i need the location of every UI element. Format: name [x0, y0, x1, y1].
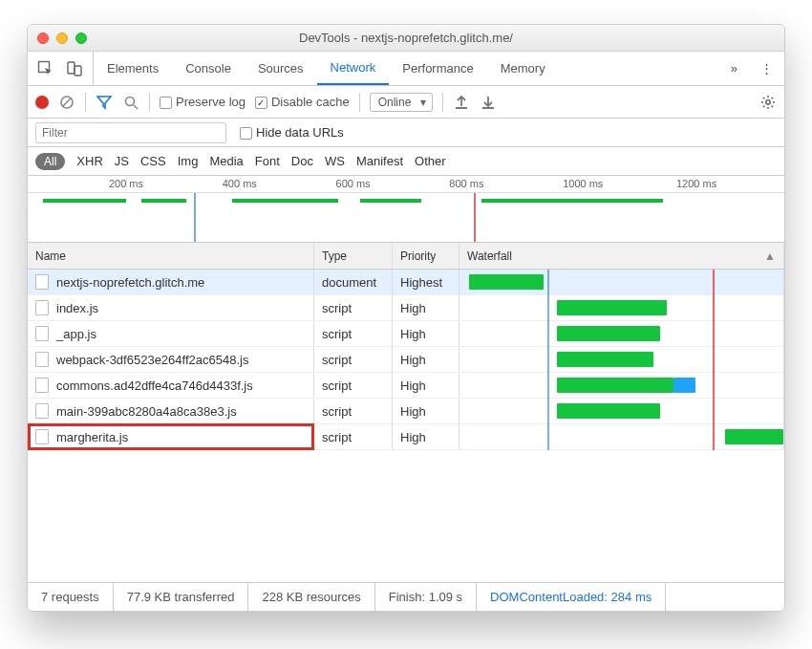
more-tabs-button[interactable]: » [719, 61, 749, 76]
file-icon [35, 378, 49, 393]
type-chip-js[interactable]: JS [115, 154, 129, 168]
tab-performance[interactable]: Performance [389, 52, 486, 85]
table-row[interactable]: _app.jsscriptHigh [28, 321, 784, 347]
type-chip-other[interactable]: Other [415, 154, 446, 168]
upload-har-icon[interactable] [453, 94, 470, 111]
filter-icon[interactable] [96, 94, 113, 111]
request-type-chips: AllXHRJSCSSImgMediaFontDocWSManifestOthe… [28, 147, 784, 176]
request-waterfall [459, 373, 784, 398]
svg-line-4 [63, 98, 71, 106]
file-icon [35, 274, 49, 290]
ruler-tick: 400 ms [223, 178, 257, 189]
type-chip-manifest[interactable]: Manifest [356, 154, 403, 168]
timeline-overview[interactable]: 200 ms400 ms600 ms800 ms1000 ms1200 ms [28, 176, 784, 243]
throttling-select[interactable]: Online [370, 93, 434, 112]
table-row[interactable]: margherita.jsscriptHigh [28, 424, 784, 450]
request-waterfall [459, 399, 784, 423]
col-type[interactable]: Type [314, 243, 393, 269]
overview-bar [43, 199, 126, 203]
clear-icon[interactable] [58, 94, 75, 111]
request-priority: High [393, 399, 459, 423]
request-type: script [314, 347, 393, 372]
type-chip-media[interactable]: Media [209, 154, 243, 168]
table-row[interactable]: webpack-3df6523e264ff2ac6548.jsscriptHig… [28, 347, 784, 373]
request-waterfall [459, 270, 784, 294]
search-icon[interactable] [122, 94, 139, 111]
request-type: script [314, 399, 393, 423]
type-chip-img[interactable]: Img [178, 154, 199, 168]
status-dcl[interactable]: DOMContentLoaded: 284 ms [477, 583, 666, 611]
ruler-tick: 1000 ms [563, 178, 603, 189]
tab-memory[interactable]: Memory [487, 52, 559, 85]
table-header[interactable]: Name Type Priority Waterfall ▲ [28, 243, 784, 270]
request-priority: High [393, 424, 459, 449]
preserve-log-checkbox[interactable]: Preserve log [160, 95, 246, 109]
window-title: DevTools - nextjs-noprefetch.glitch.me/ [28, 31, 784, 45]
status-transferred: 77.9 KB transferred [114, 583, 249, 611]
type-chip-all[interactable]: All [35, 153, 65, 170]
request-type: document [314, 270, 393, 294]
ruler-tick: 800 ms [449, 178, 483, 189]
col-priority[interactable]: Priority [393, 243, 459, 269]
request-waterfall [459, 321, 784, 346]
overview-bar [141, 199, 187, 203]
overview-bar [232, 199, 338, 203]
filter-input[interactable] [35, 122, 226, 143]
table-row[interactable]: index.jsscriptHigh [28, 295, 784, 321]
status-requests: 7 requests [28, 583, 114, 611]
record-button[interactable] [35, 96, 49, 109]
hide-data-urls-checkbox[interactable]: Hide data URLs [240, 125, 344, 140]
disable-cache-checkbox[interactable]: Disable cache [255, 95, 350, 109]
tab-elements[interactable]: Elements [94, 52, 172, 85]
svg-rect-2 [75, 66, 81, 76]
request-waterfall [459, 347, 784, 372]
request-name: margherita.js [56, 430, 128, 444]
request-type: script [314, 295, 393, 320]
request-priority: Highest [393, 270, 459, 294]
request-name: index.js [56, 301, 98, 315]
file-icon [35, 429, 49, 444]
inspect-element-icon[interactable] [37, 60, 54, 77]
overview-bar [360, 199, 420, 203]
overview-bar [481, 199, 663, 203]
type-chip-ws[interactable]: WS [325, 154, 345, 168]
svg-rect-1 [68, 62, 75, 74]
throttling-value: Online [378, 96, 412, 109]
type-chip-font[interactable]: Font [255, 154, 280, 168]
timeline-body [28, 193, 784, 242]
request-type: script [314, 424, 393, 449]
request-waterfall [459, 295, 784, 320]
request-priority: High [393, 373, 459, 398]
request-name: webpack-3df6523e264ff2ac6548.js [56, 353, 248, 367]
status-resources: 228 KB resources [248, 583, 374, 611]
request-name: commons.ad42dffe4ca746d4433f.js [56, 379, 253, 393]
panel-tabs: ElementsConsoleSourcesNetworkPerformance… [28, 52, 784, 86]
tab-network[interactable]: Network [317, 52, 390, 85]
window-titlebar: DevTools - nextjs-noprefetch.glitch.me/ [28, 25, 784, 52]
status-bar: 7 requests 77.9 KB transferred 228 KB re… [28, 582, 784, 611]
type-chip-doc[interactable]: Doc [291, 154, 313, 168]
type-chip-xhr[interactable]: XHR [76, 154, 102, 168]
network-toolbar: Preserve log Disable cache Online [28, 86, 784, 119]
request-type: script [314, 373, 393, 398]
settings-kebab-icon[interactable]: ⋮ [749, 61, 784, 76]
table-row[interactable]: nextjs-noprefetch.glitch.medocumentHighe… [28, 270, 784, 295]
request-priority: High [393, 347, 459, 372]
svg-point-7 [766, 99, 770, 103]
download-har-icon[interactable] [480, 94, 497, 111]
tab-sources[interactable]: Sources [245, 52, 317, 85]
col-waterfall[interactable]: Waterfall ▲ [459, 243, 784, 269]
request-name: main-399abc8280a4a8ca38e3.js [56, 404, 237, 419]
filter-row: Hide data URLs [28, 119, 784, 147]
status-finish: Finish: 1.09 s [375, 583, 477, 611]
col-name[interactable]: Name [28, 243, 314, 269]
request-priority: High [393, 295, 459, 320]
table-row[interactable]: main-399abc8280a4a8ca38e3.jsscriptHigh [28, 399, 784, 424]
device-toolbar-icon[interactable] [66, 60, 83, 77]
table-row[interactable]: commons.ad42dffe4ca746d4433f.jsscriptHig… [28, 373, 784, 399]
type-chip-css[interactable]: CSS [140, 154, 166, 168]
gear-icon[interactable] [759, 94, 777, 111]
file-icon [35, 326, 49, 341]
timeline-ruler: 200 ms400 ms600 ms800 ms1000 ms1200 ms [28, 176, 784, 193]
tab-console[interactable]: Console [172, 52, 245, 85]
